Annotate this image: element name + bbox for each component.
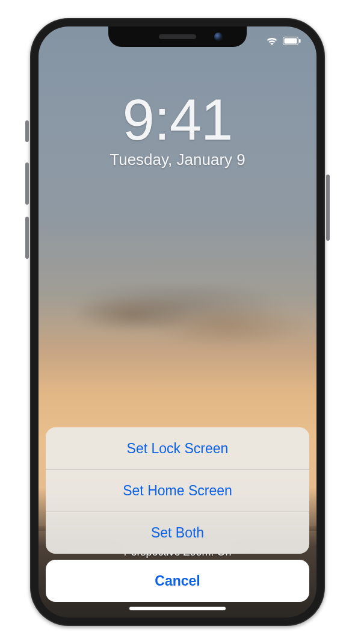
- lock-time: 9:41: [39, 87, 316, 153]
- svg-rect-1: [285, 39, 297, 44]
- action-sheet: Set Lock Screen Set Home Screen Set Both…: [46, 427, 309, 602]
- screen: 9:41 Tuesday, January 9 Perspective Zoom…: [39, 26, 316, 618]
- volume-up-button[interactable]: [25, 163, 29, 205]
- action-sheet-options: Set Lock Screen Set Home Screen Set Both: [46, 427, 309, 554]
- phone-frame: 9:41 Tuesday, January 9 Perspective Zoom…: [30, 18, 325, 626]
- battery-icon: [283, 37, 301, 45]
- cancel-button[interactable]: Cancel: [46, 560, 309, 602]
- set-lock-screen-option[interactable]: Set Lock Screen: [46, 427, 309, 469]
- svg-rect-2: [299, 39, 301, 43]
- side-button[interactable]: [326, 175, 330, 241]
- lock-date: Tuesday, January 9: [39, 150, 316, 169]
- volume-down-button[interactable]: [25, 217, 29, 259]
- wallpaper-clouds: [39, 285, 316, 351]
- lock-screen-clock: 9:41 Tuesday, January 9: [39, 87, 316, 169]
- set-both-option[interactable]: Set Both: [46, 512, 309, 554]
- set-home-screen-option[interactable]: Set Home Screen: [46, 469, 309, 512]
- home-indicator[interactable]: [129, 607, 226, 610]
- front-camera: [214, 33, 223, 41]
- wifi-icon: [266, 37, 278, 46]
- notch: [108, 26, 247, 47]
- earpiece-speaker: [159, 34, 196, 39]
- mute-switch[interactable]: [25, 120, 29, 142]
